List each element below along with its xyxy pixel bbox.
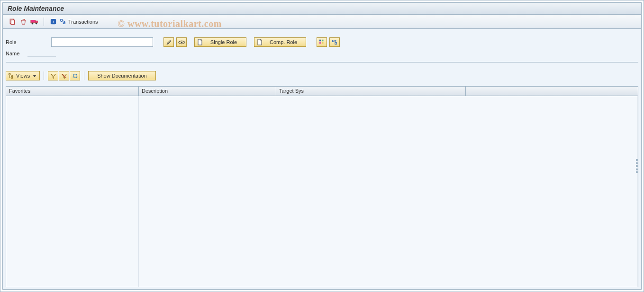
svg-rect-2 bbox=[31, 20, 36, 22]
page-title: Role Maintenance bbox=[8, 5, 64, 12]
col-target-sys[interactable]: Target Sys bbox=[276, 87, 466, 96]
svg-point-8 bbox=[181, 41, 182, 43]
role-row: Role Single Role bbox=[6, 35, 638, 49]
toolbar-separator bbox=[84, 71, 84, 80]
comp-role-label: Comp. Role bbox=[266, 39, 301, 45]
refresh-button[interactable] bbox=[70, 71, 80, 80]
select-button[interactable] bbox=[317, 37, 327, 47]
table-body bbox=[6, 96, 638, 287]
name-value bbox=[27, 50, 56, 57]
transactions-tree-icon[interactable]: Transactions bbox=[59, 17, 100, 27]
svg-point-4 bbox=[32, 22, 34, 24]
copy-icon[interactable] bbox=[7, 17, 17, 27]
display-button[interactable] bbox=[176, 37, 187, 47]
col-description[interactable]: Description bbox=[139, 87, 276, 96]
table-body-favorites bbox=[6, 96, 139, 287]
title-bar: Role Maintenance bbox=[2, 2, 642, 15]
svg-text:i: i bbox=[53, 19, 54, 24]
app-toolbar: i Transactions bbox=[2, 15, 642, 29]
transport-icon[interactable] bbox=[29, 17, 40, 27]
name-label: Name bbox=[6, 51, 25, 56]
content-area: Role Single Role bbox=[2, 29, 642, 290]
favorites-table: Favorites Description Target Sys bbox=[6, 86, 638, 287]
col-spacer bbox=[466, 87, 638, 96]
table-body-rest bbox=[139, 96, 638, 287]
toolbar-separator bbox=[44, 71, 44, 80]
show-documentation-label: Show Documentation bbox=[97, 73, 147, 79]
svg-point-5 bbox=[36, 22, 37, 24]
table-header: Favorites Description Target Sys bbox=[6, 87, 638, 96]
svg-rect-12 bbox=[322, 42, 324, 44]
edit-button[interactable] bbox=[163, 37, 174, 47]
svg-rect-11 bbox=[322, 40, 324, 42]
table-toolbar: Views Show Documentation bbox=[6, 71, 638, 80]
show-documentation-button[interactable]: Show Documentation bbox=[88, 71, 156, 80]
svg-rect-3 bbox=[36, 21, 38, 23]
transactions-label: Transactions bbox=[68, 19, 98, 25]
views-label: Views bbox=[16, 73, 30, 79]
role-label: Role bbox=[6, 39, 48, 45]
info-icon[interactable]: i bbox=[48, 17, 58, 27]
delete-icon[interactable] bbox=[18, 17, 28, 27]
single-role-button[interactable]: Single Role bbox=[194, 37, 246, 47]
name-row: Name bbox=[6, 49, 638, 58]
single-role-label: Single Role bbox=[206, 39, 241, 45]
views-button[interactable]: Views bbox=[6, 71, 40, 80]
tree-icon bbox=[8, 73, 14, 79]
export-button[interactable] bbox=[329, 37, 340, 47]
form-divider bbox=[6, 62, 638, 62]
clear-filter-button[interactable] bbox=[59, 71, 69, 80]
svg-rect-15 bbox=[11, 77, 13, 78]
svg-rect-9 bbox=[319, 40, 321, 42]
col-favorites[interactable]: Favorites bbox=[6, 87, 139, 96]
dropdown-icon bbox=[33, 75, 36, 77]
scrollbar-indicator[interactable] bbox=[635, 159, 639, 173]
toolbar-separator bbox=[44, 18, 44, 26]
svg-rect-13 bbox=[9, 73, 10, 74]
page-icon bbox=[197, 39, 203, 45]
svg-rect-1 bbox=[11, 20, 15, 24]
filter-button[interactable] bbox=[48, 71, 58, 80]
page-icon bbox=[256, 39, 263, 45]
svg-rect-14 bbox=[11, 75, 13, 76]
role-input[interactable] bbox=[51, 37, 153, 47]
svg-rect-10 bbox=[319, 42, 321, 44]
comp-role-button[interactable]: Comp. Role bbox=[254, 37, 306, 47]
